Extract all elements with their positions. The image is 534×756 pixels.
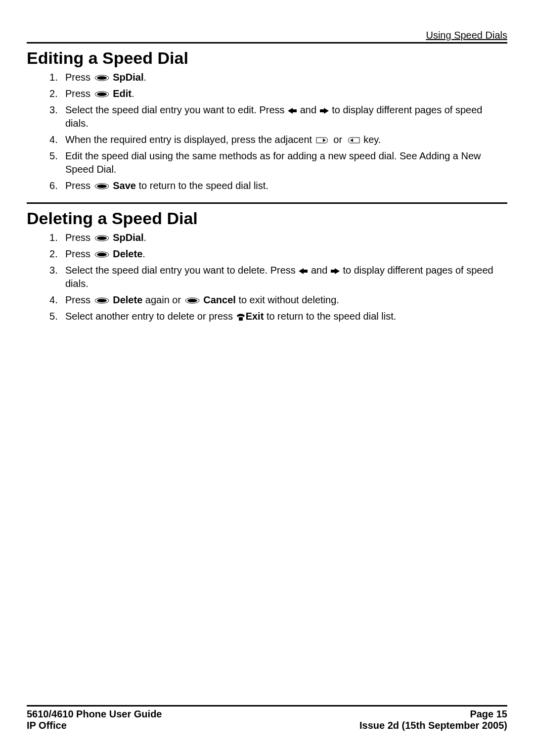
list-item: Select the speed dial entry you want to … (27, 103, 507, 130)
list-item: Press SpDial. (27, 231, 507, 244)
softkey-icon (94, 75, 109, 81)
step-text: to return to the speed dial list. (264, 311, 396, 322)
step-bold: Cancel (203, 294, 236, 305)
step-text: key. (361, 134, 381, 145)
step-text: Select another entry to delete or press (65, 311, 236, 322)
footer-issue: Issue 2d (15th September 2005) (359, 720, 507, 731)
step-text: Press (65, 88, 93, 99)
step-text: Press (65, 248, 93, 259)
step-bold: Exit (246, 311, 264, 322)
list-item: Press Delete. (27, 247, 507, 261)
left-arrow-icon (299, 268, 308, 274)
editing-title: Editing a Speed Dial (27, 48, 507, 68)
step-text: Press (65, 72, 93, 83)
list-item: Press Edit. (27, 87, 507, 100)
section-divider (27, 202, 507, 204)
step-text: Edit the speed dial using the same metho… (65, 150, 481, 175)
step-text: Press (65, 180, 93, 191)
step-text: Press (65, 294, 93, 305)
list-item: Press Save to return to the speed dial l… (27, 179, 507, 192)
page-header: Using Speed Dials (27, 30, 507, 44)
left-key-icon (346, 137, 360, 143)
step-text: When the required entry is displayed, pr… (65, 134, 315, 145)
list-item: Select the speed dial entry you want to … (27, 264, 507, 290)
deleting-steps: Press SpDial. Press Delete. Select the s… (27, 231, 507, 323)
step-bold: SpDial (113, 72, 143, 83)
left-arrow-icon (288, 108, 297, 114)
right-arrow-icon (320, 108, 329, 114)
softkey-icon (94, 297, 109, 304)
step-bold: Delete (113, 294, 142, 305)
step-text: . (132, 88, 134, 99)
list-item: Edit the speed dial using the same metho… (27, 149, 507, 176)
list-item: When the required entry is displayed, pr… (27, 133, 507, 146)
footer-guide-name: 5610/4610 Phone User Guide (27, 709, 162, 720)
step-text: . (144, 72, 147, 83)
page-footer: 5610/4610 Phone User Guide IP Office Pag… (27, 705, 507, 731)
step-bold: Edit (113, 88, 132, 99)
step-text: to exit without deleting. (236, 294, 339, 305)
step-text: Select the speed dial entry you want to … (65, 104, 287, 115)
step-bold: SpDial (113, 232, 143, 243)
editing-steps: Press SpDial. Press Edit. Select the spe… (27, 71, 507, 192)
list-item: Press Delete again or Cancel to exit wit… (27, 293, 507, 307)
step-bold: Delete (113, 248, 142, 259)
phone-icon (236, 313, 245, 321)
deleting-title: Deleting a Speed Dial (27, 209, 507, 228)
step-text: . (142, 248, 145, 259)
step-text: or (331, 134, 345, 145)
main-content: Editing a Speed Dial Press SpDial. Press… (27, 44, 507, 705)
right-key-icon (316, 137, 330, 143)
step-text: . (144, 232, 147, 243)
softkey-icon (94, 251, 109, 258)
footer-page-number: Page 15 (359, 709, 507, 720)
softkey-icon (94, 183, 109, 189)
step-text: Press (65, 232, 93, 243)
right-arrow-icon (331, 268, 340, 274)
softkey-icon (94, 91, 109, 97)
list-item: Select another entry to delete or press … (27, 310, 507, 323)
footer-product: IP Office (27, 720, 162, 731)
step-text: and (308, 265, 330, 276)
list-item: Press SpDial. (27, 71, 507, 84)
step-text: Select the speed dial entry you want to … (65, 265, 298, 276)
step-text: again or (142, 294, 183, 305)
step-text: to return to the speed dial list. (136, 180, 268, 191)
softkey-icon (94, 235, 109, 241)
step-bold: Save (113, 180, 136, 191)
softkey-icon (185, 297, 200, 304)
step-text: and (297, 104, 319, 115)
